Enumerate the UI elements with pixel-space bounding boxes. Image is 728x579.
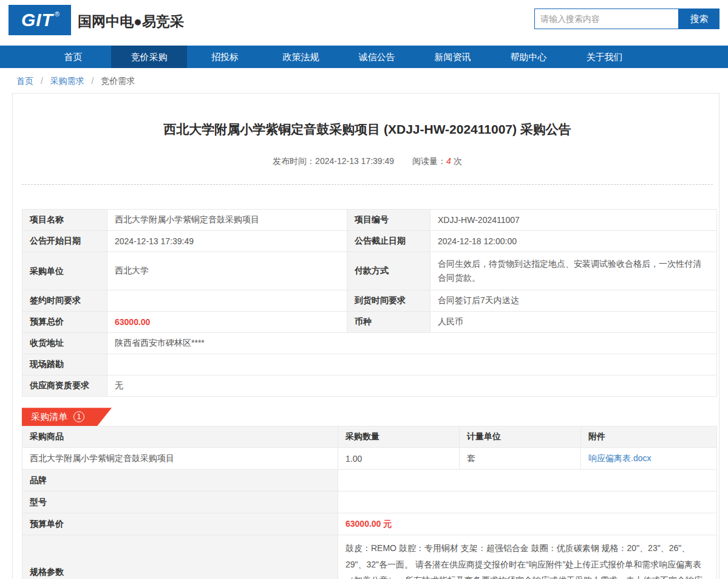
table-row: 公告开始日期 2024-12-13 17:39:49 公告截止日期 2024-1… — [22, 231, 717, 252]
publish-info: 发布时间：2024-12-13 17:39:49阅读量：4次 — [22, 156, 713, 167]
unit-cell: 套 — [460, 448, 581, 470]
product-cell: 西北大学附属小学紫铜定音鼓采购项目 — [22, 448, 338, 470]
table-row: 品牌 — [22, 470, 717, 492]
table-row: 收货地址 陕西省西安市碑林区**** — [22, 333, 717, 354]
purchaser-label: 采购单位 — [22, 252, 107, 290]
top-header: GIT® 国网中电●易竞采 搜索 — [0, 0, 728, 46]
delivery-address-value: 陕西省西安市碑林区**** — [107, 333, 717, 354]
breadcrumb-current: 竞价需求 — [101, 76, 135, 86]
registered-trademark-icon: ® — [55, 10, 60, 18]
notice-start-label: 公告开始日期 — [22, 231, 107, 252]
table-row: 项目名称 西北大学附属小学紫铜定音鼓采购项目 项目编号 XDJJ-HW-2024… — [22, 210, 717, 231]
views-unit: 次 — [454, 156, 462, 166]
table-row: 西北大学附属小学紫铜定音鼓采购项目 1.00 套 响应偏离表.docx — [22, 448, 717, 470]
specs-value: 鼓皮：REMO 鼓腔：专用铜材 支架：超强铝合金 鼓圈：优质碳素钢 规格：20"… — [338, 535, 717, 579]
quantity-column-header: 采购数量 — [338, 427, 460, 448]
breadcrumb-purchase-demand[interactable]: 采购需求 — [50, 76, 84, 86]
project-name-value: 西北大学附属小学紫铜定音鼓采购项目 — [107, 210, 347, 231]
budget-total-value: 63000.00 — [107, 312, 347, 333]
purchase-list-table: 采购商品 采购数量 计量单位 附件 西北大学附属小学紫铜定音鼓采购项目 1.00… — [22, 426, 717, 579]
model-label: 型号 — [22, 492, 338, 513]
notice-card: 西北大学附属小学紫铜定音鼓采购项目 (XDJJ-HW-202411007) 采购… — [12, 93, 719, 579]
supplier-qualification-value: 无 — [107, 375, 717, 397]
unit-price-label: 预算单价 — [22, 513, 338, 535]
breadcrumb-separator: / — [41, 76, 43, 86]
budget-total-label: 预算总价 — [22, 312, 107, 333]
nav-item-integrity-notice[interactable]: 诚信公告 — [339, 46, 415, 68]
dashed-divider — [22, 184, 713, 185]
currency-value: 人民币 — [430, 312, 717, 333]
payment-label: 付款方式 — [347, 252, 430, 290]
nav-item-about-us[interactable]: 关于我们 — [566, 46, 642, 68]
project-info-table: 项目名称 西北大学附属小学紫铜定音鼓采购项目 项目编号 XDJJ-HW-2024… — [22, 209, 717, 397]
nav-item-policies[interactable]: 政策法规 — [263, 46, 339, 68]
currency-label: 币种 — [347, 312, 430, 333]
breadcrumb-separator: / — [92, 76, 94, 86]
main-nav: 首页 竞价采购 招投标 政策法规 诚信公告 新闻资讯 帮助中心 关于我们 — [0, 46, 728, 68]
delivery-time-value: 合同签订后7天内送达 — [430, 290, 717, 312]
site-survey-value — [107, 354, 717, 375]
purchaser-value: 西北大学 — [107, 252, 347, 290]
nav-item-help-center[interactable]: 帮助中心 — [491, 46, 566, 68]
project-no-value: XDJJ-HW-202411007 — [430, 210, 717, 231]
unit-column-header: 计量单位 — [460, 427, 581, 448]
nav-item-home[interactable]: 首页 — [35, 46, 111, 68]
project-no-label: 项目编号 — [347, 210, 430, 231]
table-row: 供应商资质要求 无 — [22, 375, 717, 397]
attachment-column-header: 附件 — [581, 427, 717, 448]
purchase-list-count-badge: 1 — [73, 411, 84, 422]
table-row: 预算总价 63000.00 币种 人民币 — [22, 312, 717, 333]
notice-end-label: 公告截止日期 — [347, 231, 430, 252]
table-row: 签约时间要求 到货时间要求 合同签订后7天内送达 — [22, 290, 717, 312]
notice-end-value: 2024-12-18 12:00:00 — [430, 231, 717, 252]
specs-label: 规格参数 — [22, 535, 338, 579]
site-logo[interactable]: GIT® — [9, 5, 71, 35]
supplier-qualification-label: 供应商资质要求 — [22, 375, 107, 397]
views-count: 4 — [446, 156, 451, 166]
unit-price-value: 63000.00 元 — [338, 513, 717, 535]
table-header-row: 采购商品 采购数量 计量单位 附件 — [22, 427, 717, 448]
purchase-list-badge-label: 采购清单 — [31, 411, 67, 423]
breadcrumb-home[interactable]: 首页 — [16, 76, 33, 86]
product-column-header: 采购商品 — [22, 427, 338, 448]
page-title: 西北大学附属小学紫铜定音鼓采购项目 (XDJJ-HW-202411007) 采购… — [22, 94, 713, 138]
table-row: 采购单位 西北大学 付款方式 合同生效后，待货物到达指定地点、安装调试验收合格后… — [22, 252, 717, 290]
table-row: 预算单价 63000.00 元 — [22, 513, 717, 535]
views-label: 阅读量： — [412, 156, 446, 166]
sign-time-value — [107, 290, 347, 312]
site-name: 国网中电●易竞采 — [78, 12, 184, 31]
breadcrumb: 首页 / 采购需求 / 竞价需求 — [0, 68, 728, 93]
sign-time-label: 签约时间要求 — [22, 290, 107, 312]
attachment-link[interactable]: 响应偏离表.docx — [588, 453, 651, 463]
publish-time-value: 2024-12-13 17:39:49 — [315, 156, 394, 166]
table-row: 规格参数 鼓皮：REMO 鼓腔：专用铜材 支架：超强铝合金 鼓圈：优质碳素钢 规… — [22, 535, 717, 579]
search-box: 搜索 — [534, 9, 719, 29]
model-value — [338, 492, 717, 513]
table-row: 型号 — [22, 492, 717, 513]
delivery-time-label: 到货时间要求 — [347, 290, 430, 312]
project-name-label: 项目名称 — [22, 210, 107, 231]
quantity-cell: 1.00 — [338, 448, 460, 470]
logo-text: GIT — [21, 10, 53, 30]
delivery-address-label: 收货地址 — [22, 333, 107, 354]
nav-item-bidding-purchase[interactable]: 竞价采购 — [111, 46, 187, 68]
purchase-list-badge: 采购清单 1 — [22, 408, 112, 426]
table-row: 现场踏勘 — [22, 354, 717, 375]
nav-item-news[interactable]: 新闻资讯 — [415, 46, 491, 68]
nav-item-tender[interactable]: 招投标 — [187, 46, 263, 68]
payment-value: 合同生效后，待货物到达指定地点、安装调试验收合格后，一次性付清合同货款。 — [430, 252, 717, 290]
brand-label: 品牌 — [22, 470, 338, 492]
publish-time-label: 发布时间： — [273, 156, 315, 166]
notice-start-value: 2024-12-13 17:39:49 — [107, 231, 347, 252]
search-button[interactable]: 搜索 — [679, 9, 719, 29]
brand-value — [338, 470, 717, 492]
search-input[interactable] — [534, 9, 679, 29]
site-survey-label: 现场踏勘 — [22, 354, 107, 375]
